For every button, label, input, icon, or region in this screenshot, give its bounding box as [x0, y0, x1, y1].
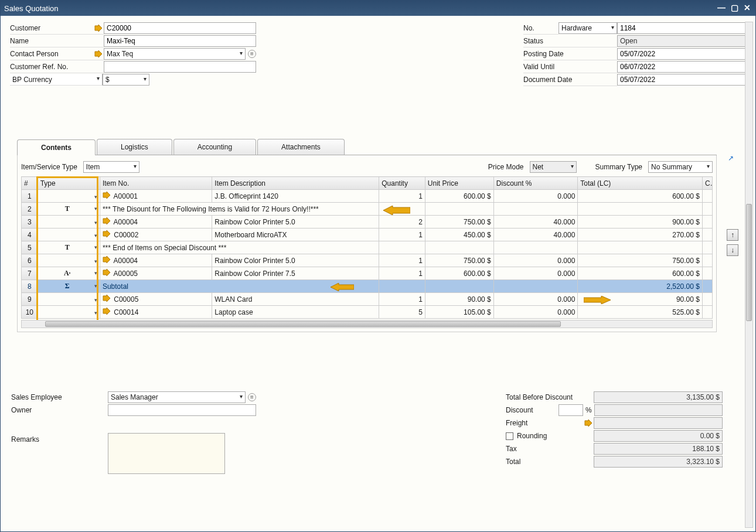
table-row[interactable]: 3▾ A00004Rainbow Color Printer 5.02750.0…: [22, 216, 713, 229]
cell-price[interactable]: 750.00 $: [425, 254, 493, 267]
cell-extra[interactable]: [702, 229, 712, 241]
cell-disc[interactable]: 0.000: [493, 293, 578, 306]
tab-attachments[interactable]: Attachments: [257, 139, 345, 155]
cell-qty[interactable]: 1: [379, 293, 425, 306]
cell-desc[interactable]: Motherboard MicroATX: [212, 229, 379, 241]
scroll-thumb[interactable]: [45, 321, 561, 327]
cell-qty[interactable]: 1: [379, 190, 425, 203]
cell-price[interactable]: 600.00 $: [425, 267, 493, 280]
cell-price[interactable]: 105.00 $: [425, 306, 493, 319]
cell-disc[interactable]: 0.000: [493, 306, 578, 319]
col-cut[interactable]: C: [702, 177, 712, 190]
cell-itemno[interactable]: A00004: [100, 254, 212, 267]
cell-desc[interactable]: Laptop case: [212, 306, 379, 319]
minimize-button[interactable]: —: [717, 4, 726, 12]
cell-itemno[interactable]: A00005: [100, 267, 212, 280]
col-qty[interactable]: Quantity: [379, 177, 425, 190]
cell-total[interactable]: 600.00 $: [578, 190, 703, 203]
table-row[interactable]: 8Σ▾Subtotal2,520.00 $: [22, 280, 713, 293]
cell-disc[interactable]: 40.000: [493, 229, 578, 241]
cell-price[interactable]: [425, 241, 493, 254]
cell-price[interactable]: 90.00 $: [425, 293, 493, 306]
series-select[interactable]: Hardware: [559, 22, 617, 34]
details-icon[interactable]: ≡: [248, 50, 256, 58]
remarks-textarea[interactable]: [108, 433, 225, 474]
cell-desc[interactable]: WLAN Card: [212, 293, 379, 306]
cell-type[interactable]: ▾: [38, 254, 100, 267]
link-arrow-icon[interactable]: [94, 50, 103, 57]
cell-rownum[interactable]: 4: [22, 229, 38, 241]
cell-itemno[interactable]: A00004: [100, 216, 212, 229]
cell-price[interactable]: [425, 203, 493, 216]
details-icon[interactable]: ≡: [248, 393, 256, 401]
cell-rownum[interactable]: 3: [22, 216, 38, 229]
docdate-input[interactable]: [617, 74, 746, 86]
col-itemno[interactable]: Item No.: [100, 177, 212, 190]
cell-disc[interactable]: [493, 203, 578, 216]
tab-logistics[interactable]: Logistics: [97, 139, 172, 155]
cell-qty[interactable]: 1: [379, 254, 425, 267]
link-arrow-icon[interactable]: [584, 420, 592, 427]
link-arrow-icon[interactable]: [103, 230, 111, 237]
tab-contents[interactable]: Contents: [17, 139, 96, 155]
cell-extra[interactable]: [702, 241, 712, 254]
cell-itemno[interactable]: C00014: [100, 306, 212, 319]
col-disc[interactable]: Discount %: [493, 177, 578, 190]
cell-total[interactable]: 750.00 $: [578, 254, 703, 267]
col-num[interactable]: #: [22, 177, 38, 190]
col-total[interactable]: Total (LC): [578, 177, 703, 190]
col-type[interactable]: Type: [38, 177, 100, 190]
customer-input[interactable]: [104, 22, 256, 34]
cell-qty[interactable]: [379, 203, 425, 216]
cell-price[interactable]: 450.00 $: [425, 229, 493, 241]
window-scrollbar[interactable]: [745, 22, 753, 528]
table-row[interactable]: 6▾ A00004Rainbow Color Printer 5.01750.0…: [22, 254, 713, 267]
cell-desc[interactable]: *** The Disount for The Following Items …: [100, 203, 379, 216]
cell-total[interactable]: 90.00 $: [578, 293, 703, 306]
cell-desc[interactable]: *** End of Items on Special Discount ***: [100, 241, 379, 254]
cell-rownum[interactable]: 6: [22, 254, 38, 267]
table-row[interactable]: 2T▾*** The Disount for The Following Ite…: [22, 203, 713, 216]
cell-desc[interactable]: Subtotal: [100, 280, 379, 293]
cell-qty[interactable]: 5: [379, 306, 425, 319]
cell-extra[interactable]: [702, 306, 712, 319]
cell-rownum[interactable]: 1: [22, 190, 38, 203]
table-row[interactable]: 7A·▾ A00005Rainbow Color Printer 7.51600…: [22, 267, 713, 280]
cell-rownum[interactable]: 2: [22, 203, 38, 216]
cell-rownum[interactable]: 7: [22, 267, 38, 280]
cell-extra[interactable]: [702, 267, 712, 280]
discount-pct-input[interactable]: [559, 404, 583, 416]
cell-total[interactable]: 525.00 $: [578, 306, 703, 319]
table-row[interactable]: 10▾ C00014Laptop case5105.00 $0.000525.0…: [22, 306, 713, 319]
valid-until-input[interactable]: [617, 61, 746, 73]
cell-type[interactable]: T▾: [38, 203, 100, 216]
cell-total[interactable]: [578, 241, 703, 254]
cell-total[interactable]: 2,520.00 $: [578, 280, 703, 293]
cell-type[interactable]: T▾: [38, 241, 100, 254]
cell-total[interactable]: 900.00 $: [578, 216, 703, 229]
move-up-button[interactable]: ↑: [727, 229, 738, 241]
cell-qty[interactable]: 1: [379, 229, 425, 241]
cell-extra[interactable]: [702, 216, 712, 229]
popout-icon[interactable]: ↗: [728, 154, 734, 162]
cell-itemno[interactable]: C00002: [100, 229, 212, 241]
custref-input[interactable]: [104, 61, 256, 73]
table-row[interactable]: 1▾ A00001J.B. Officeprint 14201600.00 $0…: [22, 190, 713, 203]
close-button[interactable]: ✕: [743, 4, 752, 12]
cell-itemno[interactable]: C00005: [100, 293, 212, 306]
cell-disc[interactable]: [493, 241, 578, 254]
cell-extra[interactable]: [702, 293, 712, 306]
contact-select[interactable]: Max Teq: [104, 48, 246, 60]
cell-rownum[interactable]: 9: [22, 293, 38, 306]
cell-total[interactable]: 600.00 $: [578, 267, 703, 280]
cell-extra[interactable]: [702, 190, 712, 203]
move-down-button[interactable]: ↓: [727, 244, 738, 256]
col-desc[interactable]: Item Description: [212, 177, 379, 190]
cell-type[interactable]: ▾: [38, 216, 100, 229]
link-arrow-icon[interactable]: [103, 256, 111, 263]
link-arrow-icon[interactable]: [103, 269, 111, 276]
cell-total[interactable]: [578, 203, 703, 216]
items-grid[interactable]: # Type Item No. Item Description Quantit…: [21, 176, 713, 319]
cell-desc[interactable]: Rainbow Color Printer 5.0: [212, 216, 379, 229]
cell-desc[interactable]: Rainbow Color Printer 5.0: [212, 254, 379, 267]
